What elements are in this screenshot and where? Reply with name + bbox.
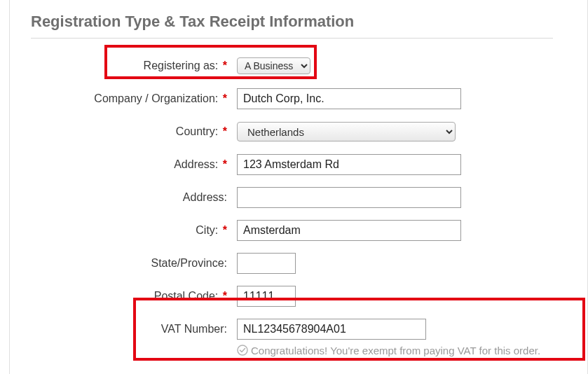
required-marker: *: [223, 224, 227, 236]
label-text-company: Company / Organization:: [94, 92, 218, 104]
select-registering-as[interactable]: A Business: [237, 57, 310, 74]
vat-exempt-text: Congratulations! You're exempt from payi…: [251, 344, 540, 358]
label-postal: Postal Code: *: [31, 290, 228, 303]
row-state: State/Province:: [31, 253, 557, 274]
input-address2[interactable]: [237, 187, 461, 208]
row-country: Country: * Netherlands: [31, 121, 557, 142]
label-address2: Address:: [31, 191, 228, 204]
label-text-country: Country:: [176, 125, 218, 137]
svg-point-0: [238, 345, 247, 355]
label-country: Country: *: [31, 125, 228, 138]
row-city: City: *: [31, 220, 557, 241]
required-marker: *: [223, 125, 227, 137]
required-marker: *: [223, 92, 227, 104]
row-postal: Postal Code: *: [31, 286, 557, 307]
required-marker: *: [223, 290, 227, 302]
label-text-address2: Address:: [183, 191, 227, 203]
label-text-address1: Address:: [174, 158, 218, 170]
label-registering-as: Registering as: *: [31, 60, 228, 72]
input-city[interactable]: [237, 220, 461, 241]
check-circle-icon: [237, 345, 248, 359]
section-title: Registration Type & Tax Receipt Informat…: [31, 13, 557, 31]
input-address1[interactable]: [237, 154, 461, 175]
label-text-postal: Postal Code:: [154, 290, 219, 302]
input-postal[interactable]: [237, 286, 296, 307]
section-divider: [31, 38, 553, 39]
row-address2: Address:: [31, 187, 557, 208]
required-marker: *: [223, 158, 227, 170]
label-text-vat: VAT Number:: [161, 323, 227, 335]
row-company: Company / Organization: *: [31, 88, 557, 109]
select-country[interactable]: Netherlands: [237, 122, 456, 141]
label-text-state: State/Province:: [151, 257, 228, 269]
label-company: Company / Organization: *: [31, 92, 228, 105]
input-company[interactable]: [237, 88, 461, 109]
label-text-city: City:: [196, 224, 218, 236]
label-state: State/Province:: [31, 257, 228, 270]
input-state[interactable]: [237, 253, 296, 274]
vat-exempt-message: Congratulations! You're exempt from payi…: [237, 344, 587, 359]
row-vat: VAT Number:: [31, 319, 557, 340]
row-registering-as: Registering as: * A Business: [31, 55, 557, 76]
row-address1: Address: *: [31, 154, 557, 175]
label-city: City: *: [31, 224, 228, 237]
required-marker: *: [223, 60, 227, 71]
page-border-left: [9, 0, 10, 374]
label-vat: VAT Number:: [31, 323, 228, 335]
label-address1: Address: *: [31, 158, 228, 171]
label-text-registering-as: Registering as:: [144, 60, 219, 71]
input-vat[interactable]: [237, 319, 426, 340]
